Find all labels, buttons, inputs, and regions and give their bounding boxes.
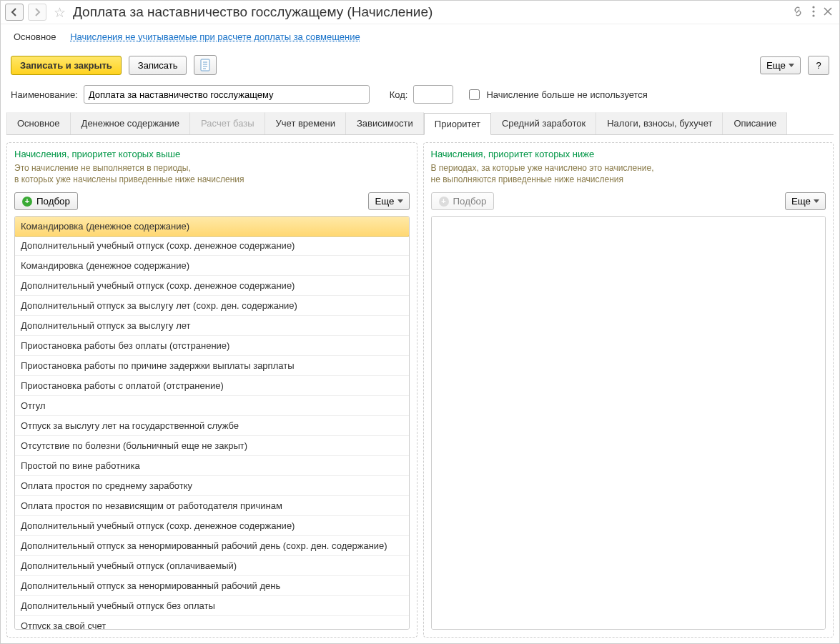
- unused-checkbox[interactable]: [469, 89, 480, 100]
- tab-зависимости[interactable]: Зависимости: [346, 112, 424, 134]
- higher-pick-button[interactable]: + Подбор: [14, 192, 78, 210]
- lower-priority-panel: Начисления, приоритет которых ниже В пер…: [423, 142, 834, 638]
- list-item[interactable]: Дополнительный отпуск за выслугу лет: [15, 316, 409, 336]
- higher-panel-title: Начисления, приоритет которых выше: [14, 149, 410, 159]
- list-item[interactable]: Приостановка работы без оплаты (отстране…: [15, 336, 409, 356]
- list-item[interactable]: Оплата простоя по среднему заработку: [15, 476, 409, 496]
- plus-icon: +: [22, 197, 32, 207]
- section-links: Основное Начисления не учитываемые при р…: [1, 24, 839, 52]
- list-item[interactable]: Отпуск за выслугу лет на государственной…: [15, 416, 409, 436]
- lower-pick-button[interactable]: + Подбор: [431, 192, 495, 210]
- list-item[interactable]: Дополнительный отпуск за ненормированный…: [15, 536, 409, 556]
- svg-point-0: [812, 6, 814, 8]
- code-label: Код:: [390, 89, 408, 100]
- tab-описание[interactable]: Описание: [723, 112, 787, 134]
- unused-checkbox-label: Начисление больше не используется: [486, 89, 647, 100]
- priority-content: Начисления, приоритет которых выше Это н…: [1, 135, 839, 643]
- tab-приоритет[interactable]: Приоритет: [424, 113, 491, 135]
- code-input[interactable]: [413, 85, 453, 104]
- tab-средний-заработок[interactable]: Средний заработок: [491, 112, 596, 134]
- list-item[interactable]: Дополнительный учебный отпуск (оплачивае…: [15, 556, 409, 576]
- titlebar: ☆ Доплата за наставничество госслужащему…: [1, 1, 839, 24]
- form-row-name: Наименование: Код: Начисление больше не …: [1, 85, 839, 112]
- list-item[interactable]: Дополнительный учебный отпуск (сохр. ден…: [15, 516, 409, 536]
- save-button[interactable]: Записать: [129, 56, 187, 75]
- tab-учет-времени[interactable]: Учет времени: [265, 112, 346, 134]
- tab-налоги-взносы-бухучет[interactable]: Налоги, взносы, бухучет: [596, 112, 723, 134]
- higher-panel-desc2: в которых уже начислены приведенные ниже…: [14, 174, 244, 184]
- name-input[interactable]: [84, 85, 370, 104]
- higher-panel-desc1: Это начисление не выполняется в периоды,: [14, 163, 191, 173]
- svg-rect-3: [201, 59, 209, 71]
- link-icon[interactable]: [792, 6, 804, 19]
- section-current[interactable]: Основное: [14, 31, 56, 42]
- accrual-window: ☆ Доплата за наставничество госслужащему…: [0, 0, 840, 644]
- chevron-down-icon: [814, 199, 819, 203]
- unused-checkbox-wrap[interactable]: Начисление больше не используется: [466, 87, 647, 102]
- favorite-star-icon[interactable]: ☆: [54, 4, 66, 21]
- list-item[interactable]: Отпуск за свой счет: [15, 616, 409, 629]
- nav-forward-button[interactable]: [28, 4, 46, 21]
- svg-point-1: [812, 10, 814, 12]
- lower-more-button[interactable]: Еще: [785, 192, 826, 210]
- kebab-menu-icon[interactable]: [812, 6, 815, 19]
- tab-bar: ОсновноеДенежное содержаниеРасчет базыУч…: [6, 112, 834, 135]
- list-item[interactable]: Командировка (денежное содержание): [15, 256, 409, 276]
- window-title: Доплата за наставничество госслужащему (…: [73, 4, 788, 20]
- tab-основное[interactable]: Основное: [6, 112, 71, 134]
- help-button[interactable]: ?: [808, 56, 829, 75]
- lower-panel-desc1: В периодах, за которые уже начислено это…: [431, 163, 654, 173]
- chevron-down-icon: [789, 64, 794, 67]
- higher-more-button[interactable]: Еще: [368, 192, 409, 210]
- lower-panel-desc2: не выполняются приведенные ниже начислен…: [431, 174, 624, 184]
- tab-денежное-содержание[interactable]: Денежное содержание: [71, 112, 190, 134]
- list-item[interactable]: Командировка (денежное содержание): [15, 217, 409, 237]
- list-item[interactable]: Простой по вине работника: [15, 456, 409, 476]
- higher-more-label: Еще: [375, 196, 394, 207]
- lower-pick-label: Подбор: [453, 196, 487, 207]
- chevron-down-icon: [397, 199, 403, 203]
- section-link-exclusions[interactable]: Начисления не учитываемые при расчете до…: [70, 31, 360, 42]
- command-bar: Записать и закрыть Записать Еще ?: [1, 52, 839, 85]
- higher-priority-list[interactable]: Командировка (денежное содержание)Дополн…: [15, 217, 409, 629]
- name-label: Наименование:: [11, 89, 78, 100]
- close-icon[interactable]: [824, 6, 832, 18]
- list-item[interactable]: Дополнительный отпуск за ненормированный…: [15, 576, 409, 596]
- more-label: Еще: [766, 60, 786, 71]
- list-item[interactable]: Отгул: [15, 396, 409, 416]
- list-item[interactable]: Отсутствие по болезни (больничный еще не…: [15, 436, 409, 456]
- lower-priority-list[interactable]: [432, 217, 826, 629]
- list-item[interactable]: Дополнительный отпуск за выслугу лет (со…: [15, 296, 409, 316]
- save-and-close-button[interactable]: Записать и закрыть: [11, 56, 122, 75]
- report-button[interactable]: [194, 55, 217, 75]
- list-item[interactable]: Оплата простоя по независящим от работод…: [15, 496, 409, 516]
- svg-point-2: [812, 14, 814, 16]
- lower-more-label: Еще: [791, 196, 811, 207]
- more-actions-button[interactable]: Еще: [760, 56, 801, 74]
- list-item[interactable]: Дополнительный учебный отпуск без оплаты: [15, 596, 409, 616]
- list-item[interactable]: Приостановка работы по причине задержки …: [15, 356, 409, 376]
- higher-priority-panel: Начисления, приоритет которых выше Это н…: [6, 142, 417, 638]
- list-item[interactable]: Дополнительный учебный отпуск (сохр. ден…: [15, 236, 409, 256]
- tab-расчет-базы: Расчет базы: [190, 112, 265, 134]
- plus-icon: +: [439, 197, 449, 207]
- lower-panel-title: Начисления, приоритет которых ниже: [431, 149, 826, 159]
- list-item[interactable]: Приостановка работы с оплатой (отстранен…: [15, 376, 409, 396]
- list-item[interactable]: Дополнительный учебный отпуск (сохр. ден…: [15, 276, 409, 296]
- higher-pick-label: Подбор: [36, 196, 70, 207]
- nav-back-button[interactable]: [5, 4, 24, 21]
